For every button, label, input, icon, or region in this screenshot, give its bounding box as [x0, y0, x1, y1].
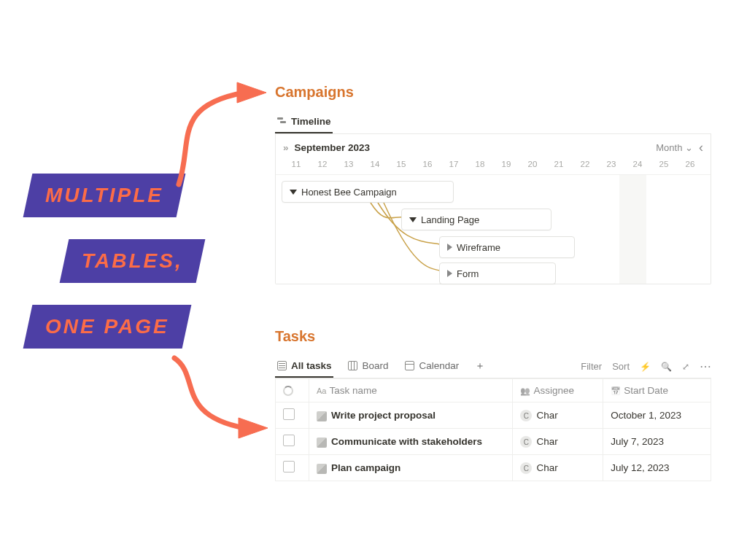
timeline-body: September 2023 Month 11 12 13 14 15 16 1…: [275, 134, 711, 284]
tab-calendar[interactable]: Calendar: [403, 355, 461, 378]
expand-sidebar-icon[interactable]: [283, 142, 289, 153]
table-icon: [276, 361, 287, 371]
callout-line-1: MULTIPLE: [23, 174, 186, 217]
assignee-name: Char: [536, 462, 557, 473]
col-date-label: Start Date: [624, 385, 668, 396]
col-task-label: Task name: [329, 385, 376, 396]
table-row[interactable]: Write project proposal CChar October 1, …: [276, 402, 711, 429]
start-date: July 7, 2023: [603, 429, 711, 455]
bar-label: Landing Page: [421, 214, 479, 225]
date-cell: 18: [467, 160, 493, 168]
tab-board[interactable]: Board: [347, 355, 390, 378]
arrow-to-tasks: [157, 354, 281, 448]
timeline-month[interactable]: September 2023: [283, 142, 370, 153]
arrow-to-campaigns: [164, 77, 281, 193]
automations-icon[interactable]: [640, 361, 651, 372]
page-icon: [317, 438, 327, 448]
svg-marker-1: [239, 418, 268, 438]
start-date: October 1, 2023: [603, 402, 711, 429]
expand-icon[interactable]: [447, 244, 452, 251]
date-prop-icon: [611, 385, 624, 396]
calendar-icon: [405, 361, 415, 371]
more-icon[interactable]: [700, 359, 711, 373]
prev-period-button[interactable]: [699, 140, 703, 155]
bar-label: Wireframe: [457, 242, 500, 253]
tab-calendar-label: Calendar: [419, 360, 460, 371]
col-start-date[interactable]: Start Date: [603, 379, 711, 402]
date-cell: 11: [283, 160, 309, 168]
board-icon: [348, 361, 358, 371]
checkbox[interactable]: [283, 408, 295, 420]
date-cell: 25: [651, 160, 677, 168]
start-date: July 12, 2023: [603, 455, 711, 481]
campaigns-block: Campaigns Timeline September 2023 Month …: [275, 84, 711, 284]
tasks-tabs: All tasks Board Calendar Filter Sort: [275, 355, 711, 378]
text-prop-icon: [317, 385, 329, 396]
collapse-icon[interactable]: [409, 217, 417, 222]
table-row[interactable]: Plan campaign CChar July 12, 2023: [276, 455, 711, 481]
expand-icon[interactable]: [447, 270, 452, 277]
collapse-icon[interactable]: [290, 190, 297, 195]
timeline-bar-parent[interactable]: Honest Bee Campaign: [282, 181, 454, 203]
timeline-icon: [276, 117, 287, 127]
avatar: C: [520, 410, 532, 421]
date-cell: 22: [572, 160, 598, 168]
tab-board-label: Board: [363, 360, 389, 371]
campaigns-title[interactable]: Campaigns: [275, 84, 711, 101]
avatar: C: [520, 462, 532, 474]
callout-line-2: TABLES,: [60, 239, 205, 283]
page-icon: [317, 411, 327, 421]
timeline-header: September 2023 Month: [276, 134, 711, 157]
col-task-name[interactable]: Task name: [309, 379, 512, 402]
tab-timeline-label: Timeline: [291, 116, 331, 127]
assignee-name: Char: [536, 410, 557, 421]
filter-button[interactable]: Filter: [581, 361, 602, 372]
task-name: Plan campaign: [331, 462, 400, 473]
task-name: Write project proposal: [331, 410, 436, 421]
bar-label: Form: [457, 268, 479, 279]
checkbox[interactable]: [283, 435, 295, 446]
table-row[interactable]: Communicate with stakeholders CChar July…: [276, 429, 711, 455]
col-assignee[interactable]: Assignee: [513, 379, 603, 402]
timeline-controls: Month: [656, 140, 703, 155]
timeline-bar-child[interactable]: Form: [439, 262, 556, 284]
tab-all-label: All tasks: [291, 360, 332, 371]
date-cell: 16: [414, 160, 441, 168]
plus-icon: [475, 359, 485, 373]
sort-button[interactable]: Sort: [612, 361, 630, 372]
granularity-picker[interactable]: Month: [656, 142, 693, 153]
date-cell: 23: [598, 160, 624, 168]
checkbox[interactable]: [283, 461, 295, 472]
col-assignee-label: Assignee: [533, 385, 574, 396]
annotation-callouts: MULTIPLE TABLES, ONE PAGE: [28, 174, 201, 349]
tasks-table: Task name Assignee Start Date Write proj…: [275, 378, 711, 481]
timeline-bar-group[interactable]: Landing Page: [401, 209, 551, 230]
callout-text: ONE PAGE: [45, 315, 169, 338]
tasks-title[interactable]: Tasks: [275, 328, 711, 345]
add-view-button[interactable]: [473, 355, 487, 378]
tab-timeline[interactable]: Timeline: [275, 111, 333, 133]
date-cell: 24: [624, 160, 651, 168]
avatar: C: [520, 436, 532, 448]
month-label: September 2023: [295, 142, 371, 153]
tab-all-tasks[interactable]: All tasks: [275, 355, 333, 378]
tasks-block: Tasks All tasks Board Calendar Filter So…: [275, 328, 711, 481]
expand-icon[interactable]: [682, 361, 689, 372]
task-name: Communicate with stakeholders: [331, 436, 482, 447]
campaigns-tabs: Timeline: [275, 111, 711, 134]
bar-label: Honest Bee Campaign: [301, 187, 397, 198]
chevron-down-icon: [685, 142, 693, 153]
timeline-rows[interactable]: Honest Bee Campaign Landing Page Wirefra…: [276, 174, 711, 284]
table-header-row: Task name Assignee Start Date: [276, 379, 711, 402]
date-cell: 26: [677, 160, 703, 168]
date-cell: 12: [309, 160, 336, 168]
granularity-label: Month: [656, 142, 682, 153]
timeline-dates: 11 12 13 14 15 16 17 18 19 20 21 22 23 2…: [276, 157, 711, 174]
search-icon[interactable]: [661, 361, 672, 372]
timeline-bar-child[interactable]: Wireframe: [439, 236, 575, 258]
tasks-toolbar: Filter Sort: [581, 359, 711, 373]
col-loading: [276, 379, 309, 402]
callout-text: MULTIPLE: [45, 184, 163, 207]
date-cell: 13: [336, 160, 362, 168]
people-prop-icon: [520, 385, 533, 396]
